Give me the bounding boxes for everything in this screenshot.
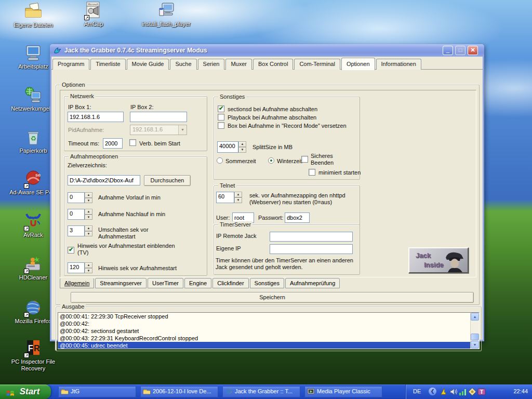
svg-text:T: T [480, 389, 483, 395]
playback-checkbox[interactable] [218, 114, 224, 121]
winterzeit-label: Winterzeit [277, 158, 302, 164]
spin-down-icon[interactable]: ▼ [238, 147, 246, 153]
tab-box-control[interactable]: Box Control [253, 59, 293, 70]
spin-up-icon[interactable]: ▲ [85, 209, 92, 215]
spin-down-icon[interactable]: ▼ [85, 198, 92, 204]
tab-informationen[interactable]: Informationen [376, 59, 421, 70]
umschalten-spinner[interactable]: 3 ▲▼ [68, 225, 92, 236]
hinweis-sek-spinner[interactable]: 120 ▲▼ [68, 262, 92, 273]
timeout-input[interactable] [103, 138, 123, 149]
tab-muxer[interactable]: Muxer [225, 59, 252, 70]
spin-up-icon[interactable]: ▲ [85, 262, 92, 268]
subtab-engine[interactable]: Engine [184, 278, 211, 288]
subtab-clickfinder[interactable]: Clickfinder [212, 278, 248, 288]
nachlauf-value[interactable]: 0 [68, 209, 85, 220]
recordmode-checkbox[interactable] [218, 122, 224, 129]
desktop-icon-install-flash-player[interactable]: install_flash_player [138, 1, 195, 28]
tab-timerliste[interactable]: Timerliste [90, 59, 125, 70]
subtab-aufnahmepruefung[interactable]: Aufnahmeprüfung [285, 278, 340, 288]
spin-down-icon[interactable]: ▼ [85, 215, 92, 220]
desktop-icon-pc-inspector[interactable]: FR ↗ PC Inspector File Recovery [5, 339, 62, 372]
log-line[interactable]: @00:00:41: 22:29:30 TcpReceiver stopped [58, 313, 479, 320]
tab-suche[interactable]: Suche [170, 59, 196, 70]
log-scrollbar[interactable]: ▲ ▼ [470, 313, 479, 349]
taskbar-clock[interactable]: 22:44 [513, 388, 528, 394]
tray-cd-icon[interactable] [468, 388, 476, 396]
window-titlebar[interactable]: Jack the Grabber 0.7.4c Streamingserver … [50, 44, 484, 57]
ip-remote-jack-input[interactable] [270, 232, 353, 242]
speichern-button[interactable]: Speichern [71, 292, 474, 303]
ip-box1-input[interactable] [68, 112, 124, 122]
scroll-thumb[interactable] [471, 334, 479, 340]
tab-programm[interactable]: Programm [52, 59, 89, 70]
tray-volume-icon[interactable] [449, 388, 458, 396]
combo-dropdown-arrow-icon[interactable]: ▼ [178, 125, 187, 135]
tray-textservice-icon[interactable]: T [477, 388, 486, 396]
spin-down-icon[interactable]: ▼ [234, 197, 242, 203]
log-line[interactable]: @00:00:42: sectionsd gestartet [58, 327, 479, 335]
taskbar-task-firefox[interactable]: Jack the Grabber :: T... [222, 386, 300, 397]
log-line[interactable]: @00:00:42: [58, 320, 479, 327]
vorlauf-spinner[interactable]: 0 ▲▼ [68, 192, 92, 203]
sicheres-beenden-checkbox[interactable] [301, 156, 308, 163]
log-line-selected[interactable]: @00:00:45: udrec beendet [58, 342, 479, 349]
taskbar-task-media-player[interactable]: Media Player Classic [304, 386, 382, 397]
hinweis-einblenden-checkbox[interactable] [68, 247, 74, 254]
vorlauf-value[interactable]: 0 [68, 192, 85, 203]
subtab-usertimer[interactable]: UserTimer [148, 278, 183, 288]
scroll-down-icon[interactable]: ▼ [471, 341, 479, 349]
ausgabe-log-list[interactable]: @00:00:41: 22:29:30 TcpReceiver stopped … [58, 312, 480, 349]
scroll-up-icon[interactable]: ▲ [471, 313, 479, 321]
spin-up-icon[interactable]: ▲ [85, 225, 92, 231]
spin-up-icon[interactable]: ▲ [238, 141, 246, 147]
language-indicator[interactable]: DE [413, 388, 421, 394]
minimize-button[interactable]: _ [443, 46, 453, 55]
tray-network-signal-icon[interactable] [459, 388, 467, 396]
tab-movie-guide[interactable]: Movie Guide [127, 59, 169, 70]
hinweis-sek-value[interactable]: 120 [68, 262, 85, 273]
telnet-sek-spinner[interactable]: 60 ▲▼ [216, 192, 242, 203]
subtab-sonstiges[interactable]: Sonstiges [250, 278, 284, 288]
taskbar-task-jtg[interactable]: JtG [58, 386, 136, 397]
passwort-input[interactable] [285, 212, 310, 223]
umschalten-value[interactable]: 3 [68, 225, 85, 236]
tray-collapse-chevron-icon[interactable]: ❮ [429, 388, 436, 395]
tab-com-terminal[interactable]: Com-Terminal [294, 59, 340, 70]
minimiert-starten-checkbox[interactable] [309, 169, 315, 176]
spin-up-icon[interactable]: ▲ [234, 192, 242, 197]
pidaufnahme-combo[interactable]: 192.168.1.6 ▼ [130, 125, 187, 135]
close-button[interactable]: ✕ [468, 46, 478, 55]
telnet-sek-value[interactable]: 60 [216, 192, 234, 203]
task-label: Media Player Classic [317, 388, 370, 394]
jack-man-image [443, 249, 466, 273]
desktop-icon-eigene-dateien[interactable]: Eigene Dateien [5, 2, 62, 29]
taskbar-task-folder-2006[interactable]: 2006-12-10-I love De... [140, 386, 218, 397]
sectionsd-checkbox[interactable] [218, 105, 224, 112]
desktop-icon-amcap[interactable]: Microsoft ↗ AmCap [65, 1, 122, 28]
eigene-ip-input[interactable] [270, 244, 353, 254]
splittsize-spinner[interactable]: 40000 ▲▼ [217, 141, 246, 153]
subtab-allgemein[interactable]: Allgemein [60, 278, 94, 288]
my-computer-icon [24, 44, 43, 62]
verb-beim-start-checkbox[interactable] [129, 139, 136, 146]
sommerzeit-radio[interactable] [217, 157, 223, 164]
winterzeit-radio[interactable] [268, 157, 274, 164]
maximize-button[interactable]: □ [455, 46, 466, 55]
zielverzeichnis-input[interactable] [68, 175, 140, 185]
nachlauf-spinner[interactable]: 0 ▲▼ [68, 209, 92, 220]
spin-up-icon[interactable]: ▲ [85, 192, 92, 198]
tray-antivirus-icon[interactable] [440, 388, 448, 396]
my-documents-icon [24, 2, 43, 21]
tab-serien[interactable]: Serien [198, 59, 225, 70]
spin-down-icon[interactable]: ▼ [85, 231, 92, 237]
pc-inspector-icon: FR ↗ [24, 339, 43, 357]
tab-optionen[interactable]: Optionen [341, 58, 375, 70]
subtab-streamingserver[interactable]: Streamingserver [95, 278, 147, 288]
splittsize-value[interactable]: 40000 [217, 141, 238, 153]
log-line[interactable]: @00:00:43: 22:29:31 KeyboardRecordContro… [58, 335, 479, 342]
spin-down-icon[interactable]: ▼ [85, 268, 92, 274]
durchsuchen-button[interactable]: Durchsuchen [144, 175, 191, 186]
desktop-icon-label: PC Inspector File Recovery [5, 358, 62, 372]
ip-box2-input[interactable] [130, 112, 187, 122]
start-button[interactable]: Start [0, 384, 51, 399]
